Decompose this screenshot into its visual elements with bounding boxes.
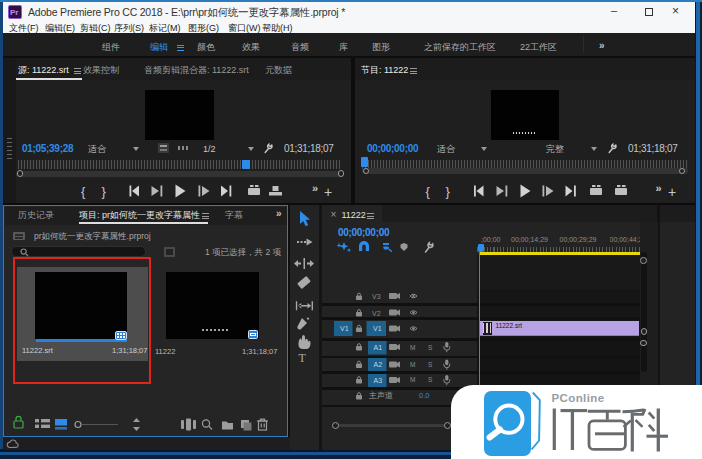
svg-text:}: } — [102, 184, 107, 199]
svg-text:V3: V3 — [372, 293, 381, 300]
svg-text:V1: V1 — [373, 325, 382, 332]
svg-text:{: { — [81, 184, 86, 199]
svg-text:T: T — [299, 351, 307, 365]
svg-text:V1: V1 — [340, 325, 349, 332]
svg-text:M: M — [410, 376, 415, 383]
svg-text:0.0: 0.0 — [419, 391, 429, 400]
svg-text:+: + — [324, 184, 332, 200]
svg-text:}: } — [446, 184, 451, 199]
svg-text:M: M — [410, 344, 415, 351]
svg-text:{: { — [426, 184, 431, 199]
svg-text:+: + — [668, 184, 676, 200]
svg-text:A2: A2 — [374, 361, 383, 368]
svg-text:A3: A3 — [374, 377, 383, 384]
svg-text:»: » — [656, 182, 662, 194]
svg-text:A1: A1 — [374, 344, 383, 351]
svg-text:V2: V2 — [372, 310, 381, 317]
svg-text:M: M — [410, 361, 415, 368]
svg-text:S: S — [428, 361, 433, 368]
svg-text:S: S — [428, 376, 433, 383]
svg-text:主声道: 主声道 — [368, 391, 393, 400]
svg-text:S: S — [428, 344, 433, 351]
svg-text:»: » — [312, 182, 318, 194]
